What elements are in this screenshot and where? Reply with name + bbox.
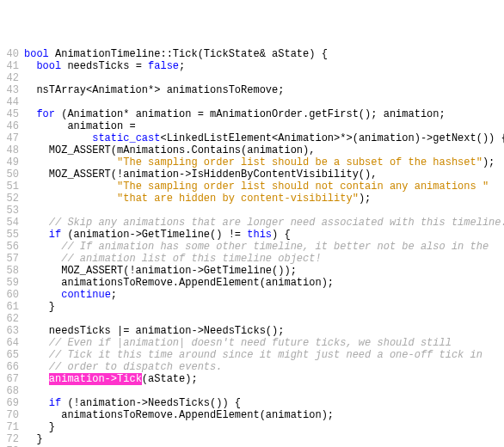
code-content: // Tick it this time around since it mig… <box>24 349 504 361</box>
code-content: animationsToRemove.AppendElement(animati… <box>24 409 504 421</box>
code-content: "that are hidden by content-visibility")… <box>24 193 504 205</box>
code-line[interactable]: 58 MOZ_ASSERT(!animation->GetTimeline())… <box>0 265 504 277</box>
line-number: 71 <box>0 421 24 433</box>
code-content: if (!animation->NeedsTicks()) { <box>24 397 504 409</box>
code-content: // animation list of this timeline objec… <box>24 253 504 265</box>
line-number: 70 <box>0 409 24 421</box>
code-line[interactable]: 71 } <box>0 421 504 433</box>
line-number: 61 <box>0 301 24 313</box>
code-content: } <box>24 301 504 313</box>
code-content: for (Animation* animation = mAnimationOr… <box>24 108 504 120</box>
code-content: } <box>24 433 504 445</box>
line-number: 63 <box>0 325 24 337</box>
code-content <box>24 205 504 217</box>
code-content: bool AnimationTimeline::Tick(TickState& … <box>24 48 504 60</box>
line-number: 46 <box>0 120 24 132</box>
line-number: 43 <box>0 84 24 96</box>
line-number: 45 <box>0 108 24 120</box>
line-number: 50 <box>0 168 24 181</box>
line-number: 51 <box>0 181 24 193</box>
code-content <box>24 313 504 325</box>
code-line[interactable]: 51 "The sampling order list should not c… <box>0 181 504 193</box>
line-number: 57 <box>0 253 24 265</box>
code-line[interactable]: 50 MOZ_ASSERT(!animation->IsHiddenByCont… <box>0 168 504 181</box>
line-number: 58 <box>0 265 24 277</box>
line-number: 66 <box>0 361 24 373</box>
line-number: 59 <box>0 277 24 289</box>
code-line[interactable]: 63 needsTicks |= animation->NeedsTicks()… <box>0 325 504 337</box>
line-number: 65 <box>0 349 24 361</box>
code-content: // Even if |animation| doesn't need futu… <box>24 337 504 349</box>
code-line[interactable]: 52 "that are hidden by content-visibilit… <box>0 193 504 205</box>
code-line[interactable]: 41 bool needsTicks = false; <box>0 60 504 72</box>
line-number: 72 <box>0 433 24 445</box>
code-content: // If animation has some other timeline,… <box>24 241 504 253</box>
code-line[interactable]: 40bool AnimationTimeline::Tick(TickState… <box>0 48 504 60</box>
code-line[interactable]: 42 <box>0 72 504 84</box>
code-line[interactable]: 69 if (!animation->NeedsTicks()) { <box>0 397 504 409</box>
line-number: 69 <box>0 397 24 409</box>
code-line[interactable]: 68 <box>0 385 504 397</box>
code-line[interactable]: 56 // If animation has some other timeli… <box>0 241 504 253</box>
line-number: 44 <box>0 96 24 108</box>
code-content: animation = <box>24 120 504 132</box>
code-line[interactable]: 43 nsTArray<Animation*> animationsToRemo… <box>0 84 504 96</box>
code-line[interactable]: 53 <box>0 205 504 217</box>
code-content: needsTicks |= animation->NeedsTicks(); <box>24 325 504 337</box>
code-line[interactable]: 60 continue; <box>0 289 504 301</box>
line-number: 41 <box>0 60 24 72</box>
code-content <box>24 72 504 84</box>
code-content: "The sampling order list should be a sub… <box>24 156 504 168</box>
line-number: 54 <box>0 217 24 229</box>
code-content: nsTArray<Animation*> animationsToRemove; <box>24 84 504 96</box>
line-number: 42 <box>0 72 24 84</box>
line-number: 49 <box>0 156 24 168</box>
code-content: animationsToRemove.AppendElement(animati… <box>24 277 504 289</box>
code-line[interactable]: 67 animation->Tick(aState); <box>0 373 504 385</box>
search-match-highlight: animation->Tick <box>49 373 142 385</box>
line-number: 62 <box>0 313 24 325</box>
code-line[interactable]: 59 animationsToRemove.AppendElement(anim… <box>0 277 504 289</box>
code-line[interactable]: 55 if (animation->GetTimeline() != this)… <box>0 229 504 241</box>
code-line[interactable]: 65 // Tick it this time around since it … <box>0 349 504 361</box>
line-number: 64 <box>0 337 24 349</box>
line-number: 68 <box>0 385 24 397</box>
code-line[interactable]: 62 <box>0 313 504 325</box>
code-line[interactable]: 64 // Even if |animation| doesn't need f… <box>0 337 504 349</box>
code-line[interactable]: 49 "The sampling order list should be a … <box>0 156 504 168</box>
code-line[interactable]: 72 } <box>0 433 504 445</box>
code-line[interactable]: 54 // Skip any animations that are longe… <box>0 217 504 229</box>
line-number: 47 <box>0 132 24 144</box>
line-number: 67 <box>0 373 24 385</box>
code-line[interactable]: 45 for (Animation* animation = mAnimatio… <box>0 108 504 120</box>
code-content: animation->Tick(aState); <box>24 373 504 385</box>
code-content: // Skip any animations that are longer n… <box>24 217 504 229</box>
line-number: 48 <box>0 144 24 156</box>
line-number: 56 <box>0 241 24 253</box>
line-number: 60 <box>0 289 24 301</box>
code-content: "The sampling order list should not cont… <box>24 181 504 193</box>
code-content: } <box>24 421 504 433</box>
code-line[interactable]: 47 static_cast<LinkedListElement<Animati… <box>0 132 504 144</box>
line-number: 53 <box>0 205 24 217</box>
code-content: MOZ_ASSERT(!animation->IsHiddenByContent… <box>24 168 504 181</box>
code-line[interactable]: 66 // order to dispatch events. <box>0 361 504 373</box>
code-line[interactable]: 48 MOZ_ASSERT(mAnimations.Contains(anima… <box>0 144 504 156</box>
code-content: MOZ_ASSERT(mAnimations.Contains(animatio… <box>24 144 504 156</box>
code-content: MOZ_ASSERT(!animation->GetTimeline()); <box>24 265 504 277</box>
code-content <box>24 96 504 108</box>
code-content: continue; <box>24 289 504 301</box>
code-editor[interactable]: 40bool AnimationTimeline::Tick(TickState… <box>0 48 504 447</box>
code-line[interactable]: 57 // animation list of this timeline ob… <box>0 253 504 265</box>
code-content <box>24 385 504 397</box>
code-line[interactable]: 46 animation = <box>0 120 504 132</box>
code-line[interactable]: 61 } <box>0 301 504 313</box>
line-number: 40 <box>0 48 24 60</box>
code-content: bool needsTicks = false; <box>24 60 504 72</box>
code-line[interactable]: 44 <box>0 96 504 108</box>
code-content: if (animation->GetTimeline() != this) { <box>24 229 504 241</box>
line-number: 52 <box>0 193 24 205</box>
code-content: static_cast<LinkedListElement<Animation>… <box>24 132 504 144</box>
line-number: 55 <box>0 229 24 241</box>
code-line[interactable]: 70 animationsToRemove.AppendElement(anim… <box>0 409 504 421</box>
